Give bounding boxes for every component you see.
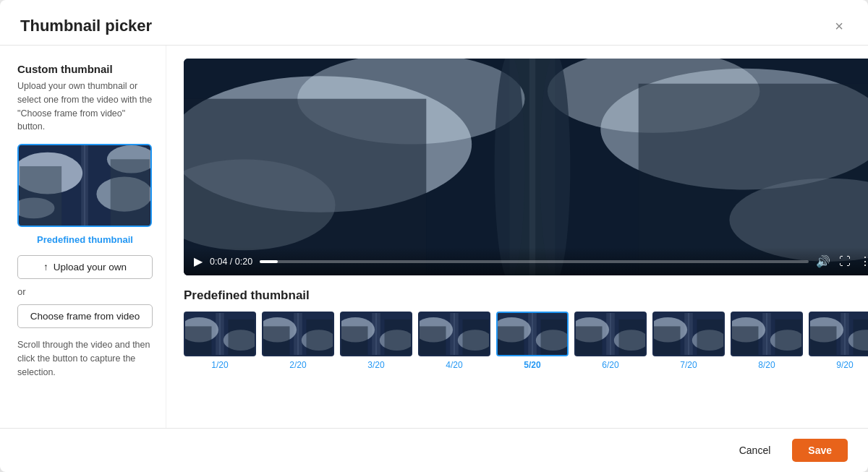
- thumbnail-image: [652, 312, 725, 356]
- predefined-thumb-label: Predefined thumbnail: [17, 234, 153, 245]
- or-label: or: [17, 286, 153, 297]
- svg-rect-28: [229, 319, 255, 355]
- svg-rect-24: [219, 313, 221, 355]
- custom-thumbnail-desc: Upload your own thumbnail or select one …: [17, 80, 153, 134]
- thumbnail-item[interactable]: 3/20: [340, 312, 412, 370]
- left-panel: Custom thumbnail Upload your own thumbna…: [0, 46, 166, 428]
- svg-rect-41: [341, 326, 367, 355]
- thumbnail-item[interactable]: 1/20: [184, 312, 256, 370]
- svg-rect-52: [532, 313, 533, 355]
- video-time: 0:04 / 0:20: [210, 257, 252, 267]
- thumbnail-item[interactable]: 9/20: [809, 312, 868, 370]
- svg-rect-38: [375, 313, 377, 355]
- svg-rect-34: [263, 326, 289, 355]
- scroll-description: Scroll through the video and then click …: [17, 338, 153, 379]
- dialog-footer: Cancel Save: [0, 428, 868, 472]
- more-options-button[interactable]: ⋮: [859, 254, 868, 268]
- svg-rect-35: [307, 319, 333, 355]
- svg-rect-83: [810, 326, 836, 355]
- thumbnail-label: 1/20: [211, 360, 228, 370]
- thumbnail-label: 8/20: [758, 360, 775, 370]
- right-panel: ▶ 0:04 / 0:20 🔊 ⛶ ⋮ Predefined th: [166, 46, 868, 428]
- progress-bar[interactable]: [260, 260, 809, 263]
- thumbnail-picker-dialog: Thumbnail picker × Custom thumbnail Uplo…: [0, 0, 868, 472]
- svg-point-20: [495, 59, 525, 275]
- svg-rect-11: [529, 59, 535, 275]
- svg-rect-62: [576, 326, 602, 355]
- svg-rect-2: [84, 145, 85, 226]
- svg-rect-76: [732, 326, 758, 355]
- thumbnail-item[interactable]: 5/20: [496, 312, 569, 370]
- svg-point-21: [540, 59, 570, 275]
- thumbnail-label: 3/20: [367, 360, 384, 370]
- svg-rect-80: [844, 313, 846, 355]
- save-button[interactable]: Save: [792, 439, 848, 462]
- svg-rect-56: [541, 319, 567, 355]
- thumbnail-image: [496, 312, 569, 356]
- thumbnail-image: [340, 312, 412, 356]
- thumbnail-label: 9/20: [836, 360, 853, 370]
- dialog-header: Thumbnail picker ×: [0, 0, 868, 46]
- close-button[interactable]: ×: [830, 16, 848, 36]
- thumbnail-image: [262, 312, 334, 356]
- play-button[interactable]: ▶: [194, 254, 203, 268]
- svg-rect-31: [297, 313, 299, 355]
- thumbnail-item[interactable]: 6/20: [574, 312, 647, 370]
- dialog-title: Thumbnail picker: [20, 17, 152, 35]
- svg-rect-55: [498, 326, 524, 355]
- svg-rect-48: [420, 326, 446, 355]
- thumbnail-image: [809, 312, 868, 356]
- volume-button[interactable]: 🔊: [816, 254, 830, 268]
- svg-rect-8: [111, 159, 150, 226]
- dialog-body: Custom thumbnail Upload your own thumbna…: [0, 46, 868, 428]
- thumbnail-item[interactable]: 8/20: [731, 312, 803, 370]
- right-controls: 🔊 ⛶ ⋮: [816, 254, 868, 268]
- svg-rect-49: [463, 319, 489, 355]
- svg-rect-73: [766, 313, 767, 355]
- thumbnail-label: 5/20: [524, 360, 540, 370]
- svg-rect-66: [688, 313, 689, 355]
- svg-rect-27: [185, 326, 211, 355]
- predefined-section: Predefined thumbnail 1/20 2/20: [184, 288, 868, 376]
- choose-frame-button[interactable]: Choose frame from video: [17, 304, 153, 328]
- thumbnail-preview: [17, 144, 152, 227]
- svg-rect-69: [654, 326, 680, 355]
- thumbnail-item[interactable]: 2/20: [262, 312, 334, 370]
- thumbnail-label: 2/20: [289, 360, 306, 370]
- thumbnail-label: 4/20: [446, 360, 462, 370]
- thumbnail-item[interactable]: 7/20: [652, 312, 725, 370]
- thumbnail-label: 6/20: [602, 360, 618, 370]
- thumbnail-image: [184, 312, 256, 356]
- svg-rect-42: [385, 319, 411, 355]
- svg-rect-45: [454, 313, 455, 355]
- thumbnail-image: [418, 312, 490, 356]
- custom-thumbnail-title: Custom thumbnail: [17, 63, 153, 75]
- video-player: ▶ 0:04 / 0:20 🔊 ⛶ ⋮: [184, 59, 868, 275]
- thumbnail-item[interactable]: 4/20: [418, 312, 490, 370]
- video-frame: [184, 59, 868, 275]
- upload-icon: ↑: [43, 262, 48, 273]
- thumbnail-image: [574, 312, 647, 356]
- svg-rect-59: [610, 313, 611, 355]
- video-controls: ▶ 0:04 / 0:20 🔊 ⛶ ⋮: [184, 247, 868, 275]
- svg-rect-70: [697, 319, 723, 355]
- thumbnail-label: 7/20: [680, 360, 697, 370]
- upload-button[interactable]: ↑ Upload your own: [17, 255, 153, 279]
- predefined-section-title: Predefined thumbnail: [184, 288, 868, 303]
- thumbnails-strip: 1/20 2/20 3/20 4/20: [184, 312, 868, 376]
- svg-rect-84: [854, 319, 868, 355]
- svg-rect-63: [619, 319, 645, 355]
- progress-fill: [260, 260, 278, 263]
- thumbnail-image: [731, 312, 803, 356]
- fullscreen-button[interactable]: ⛶: [839, 255, 851, 268]
- cancel-button[interactable]: Cancel: [726, 439, 784, 462]
- svg-rect-77: [775, 319, 801, 355]
- svg-rect-7: [20, 166, 61, 226]
